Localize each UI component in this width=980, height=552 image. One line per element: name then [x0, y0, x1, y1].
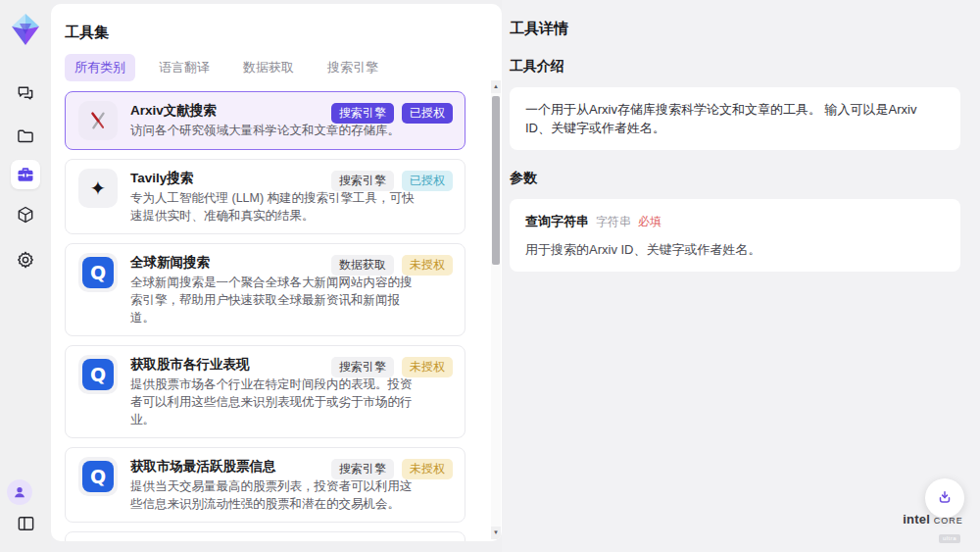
param-header: 查询字符串 字符串 必填	[525, 212, 945, 231]
tool-card-regional-news[interactable]: 万维地区新闻查询 查询具体行政区划内的新闻，快速了解各地新闻动 搜索引擎 未授权	[65, 531, 466, 541]
intro-heading: 工具介绍	[510, 58, 960, 75]
scrollbar-down-arrow-icon[interactable]: ▼	[491, 527, 501, 539]
param-name: 查询字符串	[525, 212, 589, 230]
page-title: 工具集	[65, 24, 502, 42]
sidebar-rail	[0, 0, 51, 552]
param-description: 用于搜索的Arxiv ID、关键字或作者姓名。	[525, 240, 945, 259]
auth-status-badge: 已授权	[402, 103, 453, 124]
tab-data-fetch[interactable]: 数据获取	[233, 54, 304, 81]
category-badge: 搜索引擎	[331, 103, 394, 124]
scrollbar-up-arrow-icon[interactable]: ▲	[491, 80, 501, 93]
panel-toggle-icon[interactable]	[16, 514, 35, 533]
intel-core-logo: intel core ultra	[898, 513, 968, 544]
tool-list-panel: 工具集 所有类别 语言翻译 数据获取 搜索引擎 Arxiv文献搜索 访问	[51, 4, 502, 541]
tool-card-list: Arxiv文献搜索 访问各个研究领域大量科学论文和文章的存储库。 搜索引擎 已授…	[65, 91, 466, 541]
tool-description: 全球新闻搜索是一个聚合全球各大新闻网站内容的搜索引擎，帮助用户快速获取全球最新资…	[130, 274, 416, 326]
tool-card-arxiv[interactable]: Arxiv文献搜索 访问各个研究领域大量科学论文和文章的存储库。 搜索引擎 已授…	[65, 91, 466, 150]
tool-card-sector-performance[interactable]: Q 获取股市各行业表现 提供股票市场各个行业在特定时间段内的表现。投资者可以利用…	[65, 345, 466, 438]
folder-icon[interactable]	[16, 126, 35, 146]
tool-description: 专为人工智能代理 (LLM) 构建的搜索引擎工具，可快速提供实时、准确和真实的结…	[130, 189, 416, 225]
tool-description: 访问各个研究领域大量科学论文和文章的存储库。	[130, 122, 416, 139]
download-icon	[936, 488, 954, 509]
tool-card-tavily[interactable]: ✦ Tavily搜索 专为人工智能代理 (LLM) 构建的搜索引擎工具，可快速提…	[65, 159, 466, 234]
auth-status-badge: 已授权	[402, 171, 453, 191]
tab-search-engine[interactable]: 搜索引擎	[318, 54, 388, 81]
detail-title: 工具详情	[510, 20, 960, 38]
stock-app-icon: Q	[78, 457, 118, 496]
category-badge: 搜索引擎	[331, 459, 394, 479]
intro-box: 一个用于从Arxiv存储库搜索科学论文和文章的工具。 输入可以是Arxiv ID…	[510, 87, 960, 150]
intro-text: 一个用于从Arxiv存储库搜索科学论文和文章的工具。 输入可以是Arxiv ID…	[525, 102, 916, 135]
category-badge: 搜索引擎	[331, 357, 394, 377]
tool-card-global-news[interactable]: Q 全球新闻搜索 全球新闻搜索是一个聚合全球各大新闻网站内容的搜索引擎，帮助用户…	[65, 243, 466, 336]
tavily-star-icon: ✦	[78, 169, 118, 208]
tool-description: 提供股票市场各个行业在特定时间段内的表现。投资者可以利用这些信息来识别表现优于或…	[130, 376, 416, 428]
tool-card-most-active-stocks[interactable]: Q 获取市场最活跃股票信息 提供当天交易量最高的股票列表，投资者可以利用这些信息…	[65, 447, 466, 523]
core-wordmark: core	[934, 512, 963, 527]
tab-all-categories[interactable]: 所有类别	[65, 54, 135, 81]
tool-detail-panel: 工具详情 工具介绍 一个用于从Arxiv存储库搜索科学论文和文章的工具。 输入可…	[502, 0, 980, 552]
chat-icon[interactable]	[16, 83, 35, 103]
settings-gear-icon[interactable]	[16, 250, 35, 270]
arxiv-logo-icon	[78, 101, 118, 140]
badges: 搜索引擎 未授权	[331, 357, 453, 377]
badges: 搜索引擎 未授权	[331, 459, 453, 479]
badges: 搜索引擎 已授权	[331, 171, 453, 191]
toolbox-icon-active[interactable]	[11, 160, 40, 189]
app-logo-icon	[11, 13, 40, 50]
star-glyph: ✦	[90, 178, 107, 198]
param-box: 查询字符串 字符串 必填 用于搜索的Arxiv ID、关键字或作者姓名。	[510, 199, 960, 272]
user-avatar[interactable]	[7, 479, 32, 505]
blue-q-glyph: Q	[82, 257, 114, 288]
ultra-badge: ultra	[939, 534, 960, 543]
app-window: 工具集 所有类别 语言翻译 数据获取 搜索引擎 Arxiv文献搜索 访问	[0, 0, 980, 552]
auth-status-badge: 未授权	[402, 255, 453, 276]
intel-wordmark: intel	[903, 512, 930, 527]
stock-app-icon: Q	[78, 355, 118, 394]
param-required-flag: 必填	[638, 213, 662, 231]
tool-description: 提供当天交易量最高的股票列表，投资者可以利用这些信息来识别流动性强的股票和潜在的…	[130, 477, 416, 513]
tab-language-translation[interactable]: 语言翻译	[149, 54, 220, 81]
package-icon[interactable]	[16, 205, 35, 225]
badges: 搜索引擎 已授权	[331, 103, 453, 124]
blue-q-glyph: Q	[82, 359, 114, 390]
blue-q-glyph: Q	[82, 461, 114, 492]
auth-status-badge: 未授权	[402, 459, 453, 479]
category-badge: 搜索引擎	[331, 171, 394, 191]
badges: 数据获取 未授权	[331, 255, 453, 276]
params-heading: 参数	[510, 170, 960, 187]
scrollbar-thumb[interactable]	[492, 96, 500, 265]
list-scrollbar[interactable]: ▲ ▼	[491, 80, 501, 539]
news-search-app-icon: Q	[78, 253, 118, 292]
category-badge: 数据获取	[331, 255, 394, 276]
param-type: 字符串	[596, 213, 631, 231]
auth-status-badge: 未授权	[402, 357, 453, 377]
category-tabs: 所有类别 语言翻译 数据获取 搜索引擎	[65, 56, 502, 79]
